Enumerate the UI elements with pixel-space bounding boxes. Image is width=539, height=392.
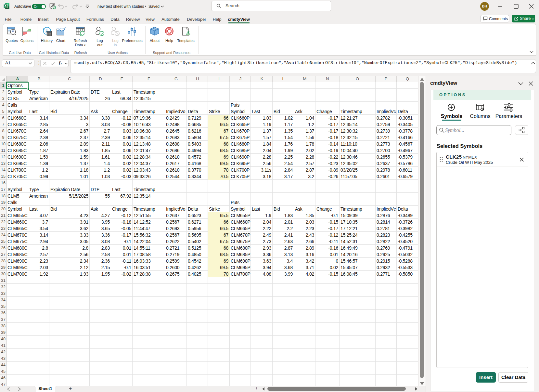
svg-text:”: ”	[12, 30, 14, 35]
svg-text:X: X	[4, 4, 6, 8]
